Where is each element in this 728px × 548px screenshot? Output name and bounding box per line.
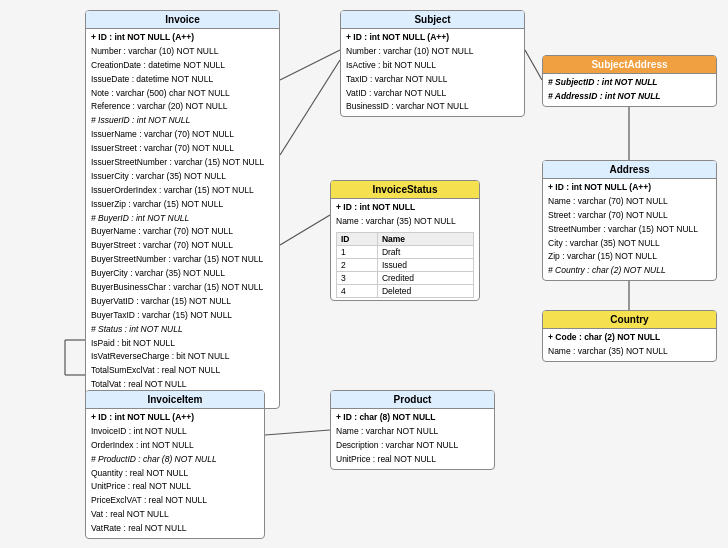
invoice-field-buyertaxid: BuyerTaxID : varchar (15) NOT NULL — [91, 309, 274, 323]
address-field-id: + ID : int NOT NULL (A++) — [548, 181, 711, 195]
invoice-field-issuercity: IssuerCity : varchar (35) NOT NULL — [91, 170, 274, 184]
invoice-body: + ID : int NOT NULL (A++) Number : varch… — [86, 29, 279, 408]
invoice-field-creation: CreationDate : datetime NOT NULL — [91, 59, 274, 73]
subjectaddress-field-addressid: # AddressID : int NOT NULL — [548, 90, 711, 104]
address-body: + ID : int NOT NULL (A++) Name : varchar… — [543, 179, 716, 280]
product-field-id: + ID : char (8) NOT NULL — [336, 411, 489, 425]
invoice-field-buyerbizchar: BuyerBusinessChar : varchar (15) NOT NUL… — [91, 281, 274, 295]
invoice-field-buyerstreetnum: BuyerStreetNumber : varchar (15) NOT NUL… — [91, 253, 274, 267]
country-field-name: Name : varchar (35) NOT NULL — [548, 345, 711, 359]
subject-body: + ID : int NOT NULL (A++) Number : varch… — [341, 29, 524, 116]
invoice-field-issuerid: # IssuerID : int NOT NULL — [91, 114, 274, 128]
invoiceitem-field-unitprice: UnitPrice : real NOT NULL — [91, 480, 259, 494]
country-body: + Code : char (2) NOT NULL Name : varcha… — [543, 329, 716, 361]
status-row-3: 3 Credited — [337, 271, 474, 284]
invoicestatus-table: ID Name 1 Draft 2 Issued 3 Credi — [336, 232, 474, 298]
address-field-street: Street : varchar (70) NOT NULL — [548, 209, 711, 223]
status-name-3: Credited — [377, 271, 473, 284]
col-id: ID — [337, 232, 378, 245]
status-id-3: 3 — [337, 271, 378, 284]
invoiceitem-field-vat: Vat : real NOT NULL — [91, 508, 259, 522]
diagram-canvas: Invoice + ID : int NOT NULL (A++) Number… — [0, 0, 728, 548]
invoicestatus-field-id: + ID : int NOT NULL — [336, 201, 474, 215]
product-header: Product — [331, 391, 494, 409]
invoicestatus-entity: InvoiceStatus + ID : int NOT NULL Name :… — [330, 180, 480, 301]
status-row-4: 4 Deleted — [337, 284, 474, 297]
address-field-zip: Zip : varchar (15) NOT NULL — [548, 250, 711, 264]
country-header: Country — [543, 311, 716, 329]
invoicestatus-field-name: Name : varchar (35) NOT NULL — [336, 215, 474, 229]
address-field-name: Name : varchar (70) NOT NULL — [548, 195, 711, 209]
product-field-unitprice: UnitPrice : real NOT NULL — [336, 453, 489, 467]
invoiceitem-header: InvoiceItem — [86, 391, 264, 409]
invoice-field-note: Note : varchar (500) char NOT NULL — [91, 87, 274, 101]
invoice-field-issuerstreetnum: IssuerStreetNumber : varchar (15) NOT NU… — [91, 156, 274, 170]
status-name-2: Issued — [377, 258, 473, 271]
product-body: + ID : char (8) NOT NULL Name : varchar … — [331, 409, 494, 469]
subject-entity: Subject + ID : int NOT NULL (A++) Number… — [340, 10, 525, 117]
invoiceitem-field-id: + ID : int NOT NULL (A++) — [91, 411, 259, 425]
invoice-field-number: Number : varchar (10) NOT NULL — [91, 45, 274, 59]
subject-header: Subject — [341, 11, 524, 29]
invoiceitem-body: + ID : int NOT NULL (A++) InvoiceID : in… — [86, 409, 264, 538]
subject-field-number: Number : varchar (10) NOT NULL — [346, 45, 519, 59]
invoice-field-reference: Reference : varchar (20) NOT NULL — [91, 100, 274, 114]
status-name-1: Draft — [377, 245, 473, 258]
address-entity: Address + ID : int NOT NULL (A++) Name :… — [542, 160, 717, 281]
invoice-field-status: # Status : int NOT NULL — [91, 323, 274, 337]
subject-field-bizid: BusinessID : varchar NOT NULL — [346, 100, 519, 114]
invoice-field-buyercity: BuyerCity : varchar (35) NOT NULL — [91, 267, 274, 281]
country-entity: Country + Code : char (2) NOT NULL Name … — [542, 310, 717, 362]
product-entity: Product + ID : char (8) NOT NULL Name : … — [330, 390, 495, 470]
invoiceitem-field-vatrate: VatRate : real NOT NULL — [91, 522, 259, 536]
status-row-1: 1 Draft — [337, 245, 474, 258]
invoiceitem-field-productid: # ProductID : char (8) NOT NULL — [91, 453, 259, 467]
invoice-field-buyervatid: BuyerVatID : varchar (15) NOT NULL — [91, 295, 274, 309]
address-field-country: # Country : char (2) NOT NULL — [548, 264, 711, 278]
product-field-desc: Description : varchar NOT NULL — [336, 439, 489, 453]
invoice-field-issuerorderindex: IssuerOrderIndex : varchar (15) NOT NULL — [91, 184, 274, 198]
subject-field-id: + ID : int NOT NULL (A++) — [346, 31, 519, 45]
invoice-field-issuername: IssuerName : varchar (70) NOT NULL — [91, 128, 274, 142]
invoicestatus-header: InvoiceStatus — [331, 181, 479, 199]
invoice-field-totalsum: TotalSumExclVat : real NOT NULL — [91, 364, 274, 378]
invoiceitem-field-priceexclvat: PriceExclVAT : real NOT NULL — [91, 494, 259, 508]
invoiceitem-entity: InvoiceItem + ID : int NOT NULL (A++) In… — [85, 390, 265, 539]
invoice-field-ispaid: IsPaid : bit NOT NULL — [91, 337, 274, 351]
status-row-2: 2 Issued — [337, 258, 474, 271]
invoiceitem-field-invoiceid: InvoiceID : int NOT NULL — [91, 425, 259, 439]
subjectaddress-header: SubjectAddress — [543, 56, 716, 74]
svg-line-1 — [280, 60, 340, 155]
address-header: Address — [543, 161, 716, 179]
status-id-2: 2 — [337, 258, 378, 271]
subject-field-vatid: VatID : varchar NOT NULL — [346, 87, 519, 101]
invoice-field-id: + ID : int NOT NULL (A++) — [91, 31, 274, 45]
status-name-4: Deleted — [377, 284, 473, 297]
subjectaddress-body: # SubjectID : int NOT NULL # AddressID :… — [543, 74, 716, 106]
svg-line-7 — [265, 430, 330, 435]
svg-line-2 — [525, 50, 542, 80]
subjectaddress-field-subjectid: # SubjectID : int NOT NULL — [548, 76, 711, 90]
subject-field-taxid: TaxID : varchar NOT NULL — [346, 73, 519, 87]
col-name: Name — [377, 232, 473, 245]
invoice-field-issue: IssueDate : datetime NOT NULL — [91, 73, 274, 87]
invoice-field-buyerstreet: BuyerStreet : varchar (70) NOT NULL — [91, 239, 274, 253]
product-field-name: Name : varchar NOT NULL — [336, 425, 489, 439]
invoice-entity: Invoice + ID : int NOT NULL (A++) Number… — [85, 10, 280, 409]
svg-line-5 — [280, 215, 330, 245]
subject-field-isactive: IsActive : bit NOT NULL — [346, 59, 519, 73]
subjectaddress-entity: SubjectAddress # SubjectID : int NOT NUL… — [542, 55, 717, 107]
svg-line-0 — [280, 50, 340, 80]
invoice-field-issuerstreet: IssuerStreet : varchar (70) NOT NULL — [91, 142, 274, 156]
invoice-header: Invoice — [86, 11, 279, 29]
country-field-code: + Code : char (2) NOT NULL — [548, 331, 711, 345]
address-field-streetnum: StreetNumber : varchar (15) NOT NULL — [548, 223, 711, 237]
invoice-field-issuerzip: IssuerZip : varchar (15) NOT NULL — [91, 198, 274, 212]
invoiceitem-field-quantity: Quantity : real NOT NULL — [91, 467, 259, 481]
invoiceitem-field-orderindex: OrderIndex : int NOT NULL — [91, 439, 259, 453]
status-id-4: 4 — [337, 284, 378, 297]
status-id-1: 1 — [337, 245, 378, 258]
address-field-city: City : varchar (35) NOT NULL — [548, 237, 711, 251]
invoice-field-buyername: BuyerName : varchar (70) NOT NULL — [91, 225, 274, 239]
invoice-field-buyerid: # BuyerID : int NOT NULL — [91, 212, 274, 226]
